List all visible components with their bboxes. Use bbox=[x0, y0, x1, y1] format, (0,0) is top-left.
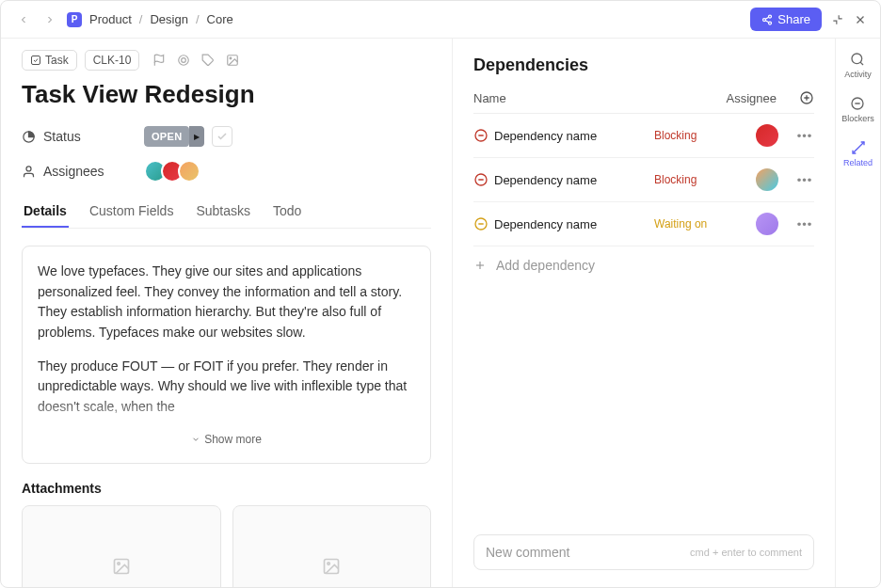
rail-activity[interactable]: Activity bbox=[844, 52, 872, 79]
breadcrumb-project-icon[interactable]: P bbox=[67, 12, 82, 27]
tab-details[interactable]: Details bbox=[22, 196, 69, 228]
share-label: Share bbox=[777, 12, 810, 26]
dependency-row[interactable]: Dependency name Waiting on ••• bbox=[473, 202, 814, 246]
right-panel: Dependencies Name Assignee Dependency na… bbox=[453, 39, 835, 587]
status-badge: OPEN bbox=[144, 126, 189, 147]
dependency-status-icon bbox=[473, 216, 494, 231]
dependency-status-icon bbox=[473, 128, 494, 143]
dependency-more-icon[interactable]: ••• bbox=[795, 173, 814, 187]
avatar[interactable] bbox=[178, 160, 200, 183]
tab-todo[interactable]: Todo bbox=[271, 196, 303, 228]
svg-line-34 bbox=[853, 142, 863, 152]
nav-back-icon[interactable] bbox=[14, 12, 33, 27]
rail-blockers[interactable]: Blockers bbox=[841, 96, 874, 123]
complete-checkbox[interactable] bbox=[212, 126, 232, 147]
status-value: OPEN bbox=[152, 131, 182, 142]
dependency-assignee[interactable] bbox=[739, 124, 795, 147]
task-type-label: Task bbox=[45, 54, 69, 67]
share-button[interactable]: Share bbox=[750, 8, 822, 31]
svg-point-10 bbox=[182, 58, 186, 63]
activity-icon bbox=[850, 52, 865, 67]
status-next-icon[interactable]: ▶ bbox=[189, 126, 204, 147]
task-id-chip[interactable]: CLK-10 bbox=[85, 50, 140, 71]
svg-line-3 bbox=[766, 17, 770, 19]
blockers-icon bbox=[850, 96, 865, 111]
add-column-icon[interactable] bbox=[799, 90, 814, 105]
attachment-card[interactable] bbox=[232, 505, 432, 587]
comment-hint: cmd + enter to comment bbox=[690, 547, 802, 558]
breadcrumb-2[interactable]: Core bbox=[207, 12, 233, 26]
breadcrumb-1[interactable]: Design bbox=[150, 12, 187, 26]
dependency-tag: Blocking bbox=[654, 173, 739, 186]
status-label-text: Status bbox=[43, 129, 81, 144]
dependency-tag: Waiting on bbox=[654, 217, 739, 230]
col-name: Name bbox=[473, 91, 506, 105]
related-icon bbox=[851, 140, 866, 155]
task-title[interactable]: Task View Redesign bbox=[22, 80, 431, 109]
breadcrumb-separator: / bbox=[139, 12, 143, 26]
status-dropdown[interactable]: OPEN ▶ bbox=[144, 126, 204, 147]
comment-input[interactable]: New comment cmd + enter to comment bbox=[473, 534, 814, 570]
attachment-card[interactable] bbox=[22, 505, 221, 587]
breadcrumb-0[interactable]: Product bbox=[89, 12, 132, 26]
sprint-icon[interactable] bbox=[177, 54, 190, 67]
rail-blockers-label: Blockers bbox=[841, 114, 874, 123]
svg-point-12 bbox=[230, 57, 232, 59]
svg-point-16 bbox=[118, 563, 120, 565]
topbar: P Product / Design / Core Share bbox=[1, 1, 880, 39]
comment-placeholder: New comment bbox=[486, 545, 569, 560]
col-assignee: Assignee bbox=[727, 91, 777, 105]
comment-bar: New comment cmd + enter to comment bbox=[453, 523, 835, 587]
dependency-assignee[interactable] bbox=[739, 168, 795, 191]
rail-related-label: Related bbox=[843, 158, 873, 167]
dependency-name: Dependency name bbox=[494, 217, 654, 231]
svg-point-14 bbox=[26, 166, 31, 170]
dependency-row[interactable]: Dependency name Blocking ••• bbox=[473, 158, 814, 202]
tag-icon[interactable] bbox=[201, 54, 215, 67]
close-icon[interactable] bbox=[854, 13, 867, 26]
rail-related[interactable]: Related bbox=[843, 140, 873, 167]
breadcrumb-separator: / bbox=[196, 12, 200, 26]
description-paragraph: We love typefaces. They give our sites a… bbox=[38, 262, 415, 343]
side-rail: Activity Blockers Related bbox=[835, 39, 880, 587]
meta-assignees-row: Assignees bbox=[22, 160, 431, 183]
meta-status-row: Status OPEN ▶ bbox=[22, 126, 431, 147]
add-dependency-label: Add dependency bbox=[496, 258, 595, 273]
task-type-chip[interactable]: Task bbox=[22, 50, 77, 71]
svg-point-9 bbox=[179, 56, 189, 66]
dependency-name: Dependency name bbox=[494, 129, 654, 143]
add-dependency-button[interactable]: Add dependency bbox=[473, 246, 814, 284]
dependency-status-icon bbox=[473, 172, 494, 187]
dependency-more-icon[interactable]: ••• bbox=[795, 217, 814, 231]
nav-forward-icon[interactable] bbox=[40, 12, 59, 27]
task-id: CLK-10 bbox=[93, 54, 132, 67]
topbar-left: P Product / Design / Core bbox=[14, 12, 233, 27]
svg-rect-7 bbox=[32, 56, 40, 65]
image-icon[interactable] bbox=[226, 54, 239, 67]
dependency-row[interactable]: Dependency name Blocking ••• bbox=[473, 114, 814, 158]
tab-custom-fields[interactable]: Custom Fields bbox=[88, 196, 175, 228]
dependency-tag: Blocking bbox=[654, 129, 739, 142]
description-card[interactable]: We love typefaces. They give our sites a… bbox=[22, 246, 431, 464]
status-label: Status bbox=[22, 129, 144, 144]
minimize-icon[interactable] bbox=[831, 13, 844, 26]
dependencies-title: Dependencies bbox=[473, 56, 814, 75]
svg-line-31 bbox=[861, 62, 864, 65]
flag-icon[interactable] bbox=[152, 54, 166, 67]
attachments-title: Attachments bbox=[22, 481, 431, 496]
main-layout: Task CLK-10 Task View Redesign Status OP… bbox=[1, 39, 880, 587]
tabs: Details Custom Fields Subtasks Todo bbox=[22, 196, 431, 229]
svg-point-0 bbox=[769, 15, 772, 18]
dependencies-rows: Dependency name Blocking ••• Dependency … bbox=[473, 114, 814, 246]
dependency-name: Dependency name bbox=[494, 173, 654, 187]
svg-point-2 bbox=[769, 22, 772, 24]
assignees-label: Assignees bbox=[22, 164, 144, 179]
attachments bbox=[22, 505, 431, 587]
tab-subtasks[interactable]: Subtasks bbox=[194, 196, 252, 228]
dependency-assignee[interactable] bbox=[739, 213, 795, 235]
assignees-avatars[interactable] bbox=[144, 160, 200, 183]
dependency-more-icon[interactable]: ••• bbox=[795, 129, 814, 143]
task-header-icons bbox=[152, 54, 239, 67]
svg-point-18 bbox=[328, 563, 330, 565]
rail-activity-label: Activity bbox=[844, 70, 872, 79]
